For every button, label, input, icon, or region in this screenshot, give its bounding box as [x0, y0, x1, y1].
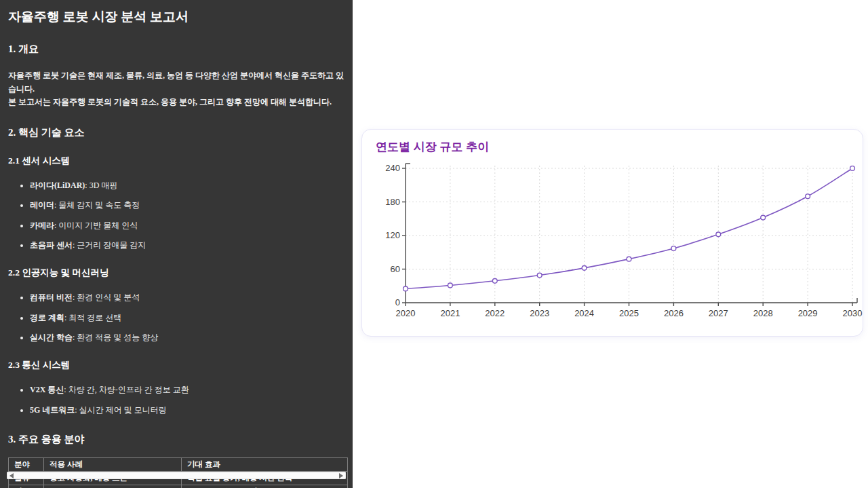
- section-heading: 2. 핵심 기술 요소: [8, 126, 344, 139]
- report-panel: 자율주행 로봇 시장 분석 보고서 1. 개요자율주행 로봇 기술은 현재 제조…: [0, 0, 353, 488]
- data-point-marker: [448, 283, 453, 288]
- paragraph-line: 본 보고서는 자율주행 로봇의 기술적 요소, 응용 분야, 그리고 향후 전망…: [8, 96, 344, 109]
- data-point-marker: [627, 257, 631, 261]
- list-item: 라이다(LiDAR): 3D 매핑: [30, 180, 344, 191]
- right-arrow-icon: [339, 473, 343, 478]
- data-point-marker: [492, 278, 497, 283]
- list-item: 경로 계획: 최적 경로 선택: [30, 312, 344, 324]
- svg-text:2024: 2024: [574, 308, 594, 318]
- data-point-marker: [582, 265, 587, 270]
- table-row: 제조조립 로봇, 검사 로봇생산성 향상, 품질 개선: [9, 485, 348, 488]
- bullet-list: 라이다(LiDAR): 3D 매핑레이더: 물체 감지 및 속도 측정카메라: …: [8, 180, 344, 252]
- svg-text:2029: 2029: [798, 308, 818, 318]
- svg-text:2026: 2026: [664, 308, 684, 318]
- svg-text:0: 0: [395, 297, 400, 307]
- section-heading: 3. 주요 응용 분야: [8, 433, 344, 446]
- list-item: 레이더: 물체 감지 및 속도 측정: [30, 200, 344, 211]
- chart-card: 연도별 시장 규모 추이 060120180240202020212022202…: [361, 129, 863, 337]
- horizontal-scrollbar[interactable]: [7, 472, 346, 479]
- paragraph: 자율주행 로봇 기술은 현재 제조, 물류, 의료, 농업 등 다양한 산업 분…: [8, 69, 344, 109]
- scroll-right-button[interactable]: [336, 472, 346, 479]
- table-header-cell: 분야: [9, 457, 44, 471]
- data-point-marker: [806, 194, 810, 199]
- market-size-line-chart: 0601201802402020202120222023202420252026…: [362, 157, 864, 333]
- chart-title: 연도별 시장 규모 추이: [362, 130, 863, 155]
- list-item: 5G 네트워크: 실시간 제어 및 모니터링: [30, 405, 344, 416]
- bullet-list: 컴퓨터 비전: 환경 인식 및 분석경로 계획: 최적 경로 선택실시간 학습:…: [8, 292, 344, 343]
- bullet-list: V2X 통신: 차량 간, 차량-인프라 간 정보 교환5G 네트워크: 실시간…: [8, 384, 344, 416]
- svg-text:2021: 2021: [440, 308, 460, 318]
- table-cell: 조립 로봇, 검사 로봇: [44, 485, 182, 488]
- list-item: 컴퓨터 비전: 환경 인식 및 분석: [30, 292, 344, 303]
- table-cell: 생산성 향상, 품질 개선: [182, 485, 348, 488]
- data-point-marker: [761, 215, 766, 220]
- svg-text:2022: 2022: [485, 308, 505, 318]
- svg-text:240: 240: [385, 163, 400, 173]
- svg-text:2027: 2027: [709, 308, 728, 318]
- report-title: 자율주행 로봇 시장 분석 보고서: [8, 8, 344, 26]
- svg-text:2023: 2023: [530, 308, 549, 318]
- chart-panel: 연도별 시장 규모 추이 060120180240202020212022202…: [353, 0, 868, 488]
- list-item: 실시간 학습: 환경 적응 및 성능 향상: [30, 332, 344, 343]
- svg-text:2028: 2028: [753, 308, 773, 318]
- svg-text:180: 180: [385, 197, 400, 207]
- list-item: V2X 통신: 차량 간, 차량-인프라 간 정보 교환: [30, 384, 344, 396]
- section-heading: 2.3 통신 시스템: [8, 359, 344, 371]
- section-heading: 2.1 센서 시스템: [8, 155, 344, 167]
- data-point-marker: [671, 246, 676, 251]
- section-heading: 1. 개요: [8, 43, 344, 56]
- report-body: 1. 개요자율주행 로봇 기술은 현재 제조, 물류, 의료, 농업 등 다양한…: [8, 43, 344, 488]
- section-heading: 2.2 인공지능 및 머신러닝: [8, 267, 344, 279]
- scroll-left-button[interactable]: [7, 472, 16, 479]
- data-point-marker: [403, 286, 408, 291]
- svg-text:60: 60: [391, 264, 400, 274]
- data-point-marker: [716, 232, 721, 237]
- svg-text:2025: 2025: [619, 308, 639, 318]
- list-item: 초음파 센서: 근거리 장애물 감지: [30, 240, 344, 251]
- svg-text:2030: 2030: [843, 308, 863, 318]
- paragraph-line: 자율주행 로봇 기술은 현재 제조, 물류, 의료, 농업 등 다양한 산업 분…: [8, 69, 344, 96]
- table-header-cell: 기대 효과: [182, 457, 348, 471]
- data-point-marker: [537, 273, 542, 278]
- table-cell: 제조: [9, 485, 44, 488]
- list-item: 카메라: 이미지 기반 물체 인식: [30, 220, 344, 231]
- data-point-marker: [850, 166, 855, 171]
- table-header-cell: 적용 사례: [44, 457, 182, 471]
- svg-text:120: 120: [385, 230, 400, 240]
- left-arrow-icon: [9, 473, 14, 478]
- table-header-row: 분야적용 사례기대 효과: [9, 457, 348, 471]
- svg-text:2020: 2020: [396, 308, 416, 318]
